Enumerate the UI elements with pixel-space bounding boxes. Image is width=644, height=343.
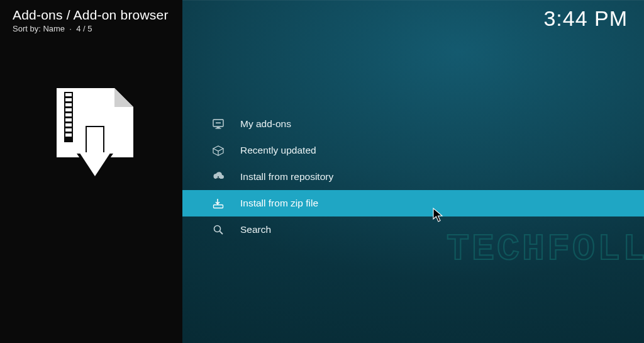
menu-list: My add-ons Recently updated Install from…	[182, 111, 644, 243]
download-zip-large-icon	[52, 88, 135, 185]
menu-item-label: Search	[240, 224, 271, 235]
menu-item-my-addons[interactable]: My add-ons	[182, 111, 644, 137]
cloud-download-icon	[211, 170, 225, 184]
meta-separator: ·	[67, 24, 76, 33]
top-divider	[182, 0, 644, 1]
sort-prefix: Sort by:	[13, 24, 43, 33]
breadcrumb: Add-ons / Add-on browser	[13, 8, 170, 23]
menu-item-recently-updated[interactable]: Recently updated	[182, 137, 644, 164]
clock: 3:44 PM	[543, 6, 628, 31]
svg-rect-16	[214, 205, 223, 208]
svg-rect-5	[65, 113, 72, 116]
svg-line-18	[220, 232, 223, 235]
header: Add-ons / Add-on browser Sort by: Name ·…	[0, 0, 182, 37]
menu-item-install-repository[interactable]: Install from repository	[182, 164, 644, 190]
menu-item-label: Install from repository	[240, 171, 333, 183]
search-icon	[211, 223, 225, 237]
svg-rect-9	[65, 133, 72, 137]
svg-rect-14	[216, 128, 221, 129]
svg-rect-6	[65, 118, 72, 121]
content-panel: 3:44 PM My add-ons Recently updated Inst…	[182, 0, 644, 343]
menu-item-install-zip[interactable]: Install from zip file	[182, 190, 644, 216]
svg-rect-2	[65, 98, 72, 101]
svg-rect-4	[65, 108, 72, 111]
svg-rect-3	[65, 103, 72, 106]
svg-rect-8	[65, 128, 72, 132]
svg-rect-13	[217, 127, 220, 128]
sort-value[interactable]: Name	[43, 24, 65, 33]
svg-rect-15	[216, 123, 221, 124]
svg-rect-1	[65, 93, 72, 96]
menu-item-label: My add-ons	[240, 118, 291, 130]
menu-item-search[interactable]: Search	[182, 216, 644, 243]
svg-rect-7	[65, 123, 72, 127]
display-icon	[211, 117, 225, 131]
menu-item-label: Install from zip file	[240, 198, 318, 209]
sidebar-panel: Add-ons / Add-on browser Sort by: Name ·…	[0, 0, 182, 343]
svg-point-17	[214, 226, 221, 232]
list-position: 4 / 5	[76, 24, 92, 33]
header-meta: Sort by: Name · 4 / 5	[13, 24, 170, 33]
zip-download-icon	[211, 196, 225, 210]
menu-item-label: Recently updated	[240, 145, 316, 156]
open-box-icon	[211, 143, 225, 157]
svg-rect-11	[87, 127, 103, 152]
